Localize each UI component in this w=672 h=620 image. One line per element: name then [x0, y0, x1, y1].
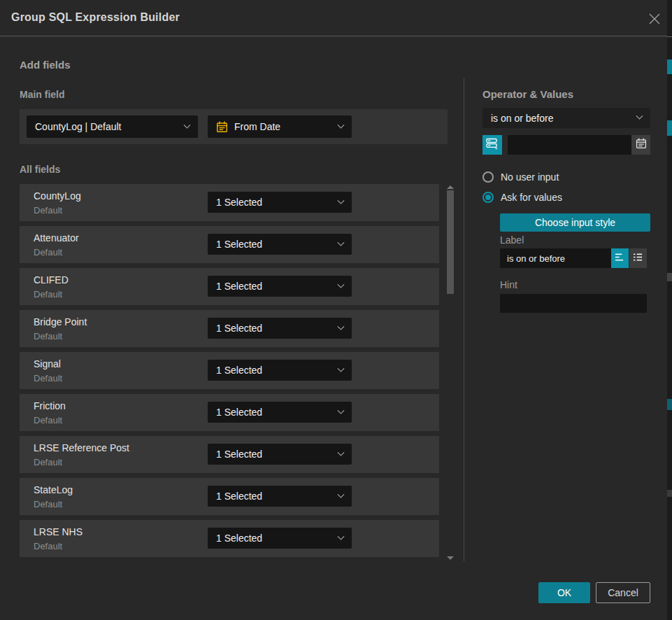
field-subtitle: Default [34, 541, 62, 551]
radio-unchecked-icon [482, 171, 494, 183]
field-selected-dropdown[interactable]: 1 Selected [208, 276, 352, 297]
choose-input-style-button[interactable]: Choose input style [500, 213, 650, 232]
radio-ask-for-values[interactable]: Ask for values [482, 192, 562, 203]
add-fields-heading: Add fields [20, 59, 71, 71]
all-fields-label: All fields [20, 164, 60, 175]
label-value: is on or before [507, 253, 565, 264]
hint-label: Hint [500, 279, 517, 290]
selected-count: 1 Selected [216, 491, 262, 502]
chevron-down-icon [636, 113, 643, 120]
chevron-down-icon [338, 365, 345, 372]
field-subtitle: Default [34, 373, 62, 383]
operator-value: is on or before [491, 113, 554, 124]
chevron-down-icon [338, 449, 345, 456]
field-subtitle: Default [34, 331, 62, 341]
chevron-down-icon [338, 323, 345, 330]
chevron-down-icon [338, 491, 345, 498]
operator-values-heading: Operator & Values [482, 88, 573, 100]
chevron-down-icon [338, 407, 345, 414]
field-row-lrse-nhs: LRSE NHS Default 1 Selected [20, 520, 439, 557]
field-name: Attenuator [34, 232, 79, 244]
main-field-field-value: From Date [234, 121, 280, 132]
field-selected-dropdown[interactable]: 1 Selected [208, 402, 352, 423]
chevron-down-icon [338, 239, 345, 246]
date-picker-button[interactable] [631, 135, 650, 155]
vertical-divider [464, 78, 464, 561]
radio-checked-icon [482, 192, 494, 203]
scrollbar-thumb[interactable] [447, 190, 454, 294]
align-left-icon [615, 252, 625, 265]
field-row-countylog: CountyLog Default 1 Selected [20, 184, 439, 221]
field-selected-dropdown[interactable]: 1 Selected [208, 318, 352, 339]
list-icon [633, 252, 643, 265]
field-row-attenuator: Attenuator Default 1 Selected [20, 226, 439, 263]
chevron-down-icon [338, 121, 345, 128]
label-input[interactable]: is on or before [500, 248, 611, 268]
field-subtitle: Default [34, 457, 62, 467]
field-name: LRSE NHS [34, 526, 83, 537]
main-field-label: Main field [20, 89, 65, 100]
chevron-down-icon [338, 281, 345, 288]
radio-label: No user input [501, 171, 559, 183]
chevron-down-icon [338, 533, 345, 540]
cancel-button[interactable]: Cancel [596, 582, 650, 603]
dialog-titlebar: Group SQL Expression Builder [0, 0, 672, 36]
field-subtitle: Default [34, 289, 62, 300]
main-field-layer-value: CountyLog | Default [35, 121, 122, 132]
main-field-layer-dropdown[interactable]: CountyLog | Default [27, 115, 198, 138]
ok-button[interactable]: OK [538, 582, 590, 603]
selected-count: 1 Selected [216, 239, 262, 250]
chevron-down-icon [184, 121, 191, 128]
radio-label: Ask for values [501, 192, 562, 203]
field-name: Bridge Point [34, 316, 87, 327]
field-selected-dropdown[interactable]: 1 Selected [208, 234, 352, 255]
field-row-friction: Friction Default 1 Selected [20, 394, 439, 431]
field-row-lrse-reference-post: LRSE Reference Post Default 1 Selected [20, 436, 439, 473]
selected-count: 1 Selected [216, 281, 262, 292]
field-row-statelog: StateLog Default 1 Selected [20, 478, 439, 515]
label-style-single-button[interactable] [611, 248, 629, 268]
field-name: CountyLog [34, 190, 81, 202]
dialog-title: Group SQL Expression Builder [11, 11, 180, 24]
hint-input[interactable] [500, 294, 647, 313]
field-selected-dropdown[interactable]: 1 Selected [208, 444, 352, 465]
selected-count: 1 Selected [216, 197, 262, 208]
field-selected-dropdown[interactable]: 1 Selected [208, 360, 352, 381]
background-app-edge [667, 0, 672, 620]
field-subtitle: Default [34, 247, 62, 258]
calendar-icon [636, 138, 647, 152]
selected-count: 1 Selected [216, 407, 262, 418]
main-field-panel: CountyLog | Default From Date [20, 109, 448, 144]
field-name: CLIFED [34, 274, 69, 286]
field-row-bridge-point: Bridge Point Default 1 Selected [20, 310, 439, 347]
field-selected-dropdown[interactable]: 1 Selected [208, 192, 352, 213]
list-scrollbar[interactable] [445, 184, 456, 561]
field-subtitle: Default [34, 205, 62, 216]
radio-no-user-input[interactable]: No user input [482, 171, 559, 183]
field-name: Friction [34, 400, 66, 411]
input-type-button[interactable] [482, 135, 502, 155]
selected-count: 1 Selected [216, 449, 262, 460]
label-style-list-button[interactable] [629, 248, 647, 268]
field-name: Signal [34, 358, 61, 369]
scroll-up-icon[interactable] [447, 185, 454, 189]
calendar-icon [216, 121, 228, 133]
chevron-down-icon [338, 197, 345, 204]
scroll-down-icon[interactable] [447, 556, 454, 560]
date-value-input[interactable] [508, 135, 631, 155]
field-row-clifed: CLIFED Default 1 Selected [20, 268, 439, 305]
field-subtitle: Default [34, 415, 62, 425]
operator-dropdown[interactable]: is on or before [482, 108, 650, 128]
field-name: StateLog [34, 484, 73, 495]
field-subtitle: Default [34, 499, 62, 509]
field-name: LRSE Reference Post [34, 442, 129, 453]
field-selected-dropdown[interactable]: 1 Selected [208, 486, 352, 507]
main-field-field-dropdown[interactable]: From Date [208, 115, 352, 138]
selected-count: 1 Selected [216, 533, 262, 544]
input-type-icon [486, 138, 499, 153]
close-icon[interactable] [648, 12, 662, 26]
selected-count: 1 Selected [216, 323, 262, 334]
field-selected-dropdown[interactable]: 1 Selected [208, 528, 352, 549]
all-fields-list: CountyLog Default 1 Selected Attenuator … [20, 184, 439, 557]
field-row-signal: Signal Default 1 Selected [20, 352, 439, 389]
